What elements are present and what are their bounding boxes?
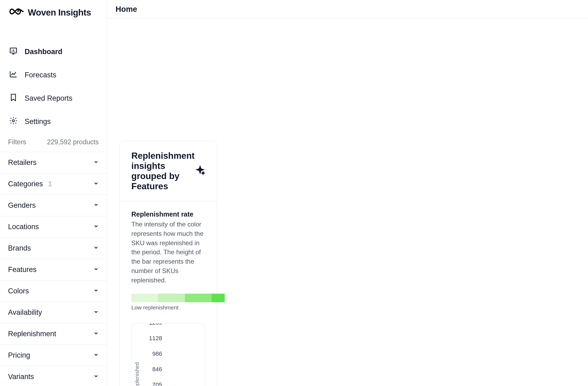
chevron-down-icon xyxy=(93,245,99,252)
filters-header: Filters 229,592 products xyxy=(0,132,107,152)
filter-label: Brands xyxy=(8,244,31,252)
legend-swatch xyxy=(131,294,158,302)
section-description: The intensity of the color represents ho… xyxy=(131,220,205,285)
chevron-down-icon xyxy=(93,181,99,188)
filter-row-variants[interactable]: Variants xyxy=(0,366,107,386)
filters-panel: Filters 229,592 products RetailersCatego… xyxy=(0,132,107,386)
sidebar: Woven Insights Dashboard Forecasts Saved… xyxy=(0,0,107,132)
nav-label: Forecasts xyxy=(25,71,56,79)
chart: SKUs Replenished 01412824235647058469861… xyxy=(131,323,205,386)
main-content: Replenishment insights grouped by Featur… xyxy=(107,132,225,386)
legend-low: Low replenishment xyxy=(131,304,178,311)
filter-label: Variants xyxy=(8,373,34,381)
y-tick: 705 xyxy=(152,381,162,386)
chevron-down-icon xyxy=(93,266,99,273)
chart-y-axis-label: SKUs Replenished xyxy=(134,362,140,386)
filter-label: Pricing xyxy=(8,351,30,359)
legend-swatch xyxy=(185,294,212,302)
brand: Woven Insights xyxy=(9,7,101,18)
chevron-down-icon xyxy=(93,331,99,338)
filter-row-locations[interactable]: Locations xyxy=(0,216,107,237)
card-header: Replenishment insights grouped by Featur… xyxy=(120,141,217,201)
nav-item-dashboard[interactable]: Dashboard xyxy=(9,47,101,57)
filter-label: Locations xyxy=(8,223,39,231)
chevron-down-icon xyxy=(93,202,99,209)
filter-label: Availability xyxy=(8,308,42,316)
brand-logo-icon xyxy=(9,7,24,18)
y-tick: 1128 xyxy=(149,335,162,342)
dashboard-icon xyxy=(9,47,18,57)
nav-label: Settings xyxy=(25,118,51,126)
filter-label: Colors xyxy=(8,287,29,295)
gear-icon xyxy=(9,116,18,127)
y-tick: 846 xyxy=(152,366,162,373)
filter-row-categories[interactable]: Categories 1 xyxy=(0,173,107,195)
chevron-down-icon xyxy=(93,224,99,230)
filter-label: Retailers xyxy=(8,158,37,166)
brand-name: Woven Insights xyxy=(28,7,91,18)
primary-nav: Dashboard Forecasts Saved Reports Settin… xyxy=(9,47,101,127)
filter-label: Features xyxy=(8,266,37,274)
chevron-down-icon xyxy=(93,288,99,295)
svg-point-1 xyxy=(12,120,14,122)
filter-label: Genders xyxy=(8,201,36,209)
forecasts-icon xyxy=(9,70,18,80)
bar-group: straight silhouetterelaxed fitregular le… xyxy=(163,330,205,386)
filter-row-retailers[interactable]: Retailers xyxy=(0,152,107,173)
filter-row-pricing[interactable]: Pricing xyxy=(0,345,107,366)
topbar: Home xyxy=(107,0,588,19)
filter-label: Categories xyxy=(8,180,43,188)
card-title: Replenishment insights grouped by Featur… xyxy=(131,151,195,191)
section-title: Replenishment rate xyxy=(131,210,205,218)
legend-swatch xyxy=(212,294,225,302)
legend-swatch xyxy=(158,294,185,302)
filter-label: Replenishment xyxy=(8,330,56,338)
y-tick: 986 xyxy=(152,350,162,357)
page-title: Home xyxy=(116,5,137,14)
filter-row-replenishment[interactable]: Replenishment xyxy=(0,323,107,345)
nav-item-saved-reports[interactable]: Saved Reports xyxy=(9,93,101,104)
chevron-down-icon xyxy=(93,373,99,380)
nav-item-forecasts[interactable]: Forecasts xyxy=(9,70,101,80)
filter-row-features[interactable]: Features xyxy=(0,259,107,280)
filter-row-availability[interactable]: Availability xyxy=(0,302,107,323)
intensity-legend: Low replenishment Average High replenish… xyxy=(131,294,225,311)
bookmark-icon xyxy=(9,93,18,104)
filters-header-left: Filters xyxy=(8,138,26,146)
filters-header-count: 229,592 products xyxy=(47,138,99,146)
replenishment-card: Replenishment insights grouped by Featur… xyxy=(119,141,217,386)
chevron-down-icon xyxy=(93,309,99,316)
filter-row-colors[interactable]: Colors xyxy=(0,280,107,302)
y-tick: 1269 xyxy=(149,323,162,326)
nav-label: Saved Reports xyxy=(25,94,72,103)
nav-label: Dashboard xyxy=(25,48,62,56)
filter-row-genders[interactable]: Genders xyxy=(0,195,107,216)
nav-item-settings[interactable]: Settings xyxy=(9,116,101,127)
sparkle-icon[interactable] xyxy=(195,165,205,177)
filter-count: 1 xyxy=(48,180,52,188)
chevron-down-icon xyxy=(93,352,99,359)
chevron-down-icon xyxy=(93,159,99,166)
filter-row-brands[interactable]: Brands xyxy=(0,237,107,259)
